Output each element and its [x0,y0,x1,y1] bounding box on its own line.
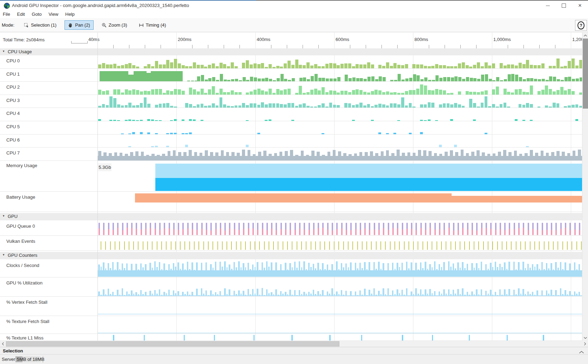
menu-edit[interactable]: Edit [17,11,25,18]
chart-bar [371,294,372,296]
menu-view[interactable]: View [48,11,58,18]
chart-bar [394,269,396,277]
chart-bar [248,263,249,277]
chart-bar [194,152,197,160]
track-chart-cpu-3[interactable] [97,95,582,108]
vertical-scrollbar[interactable] [582,33,588,341]
selection-mode-button[interactable]: Selection (1) [20,20,60,30]
track-chart-vertex-fetch-stall[interactable] [97,297,582,316]
vulkan-event-tick [413,241,414,250]
gpu-queue-slice-bottom [383,228,384,235]
gpu-queue-slice-top [127,223,128,228]
chart-bar [530,104,533,108]
track-chart-cpu-6[interactable] [97,135,582,148]
chart-bar [481,75,484,81]
chart-bar [174,59,177,68]
track-chart-vulkan-events[interactable] [97,236,582,251]
chart-bar [572,59,575,68]
gpu-queue-slice-top [350,223,352,230]
chart-bar [532,292,534,296]
chart-bar [397,289,398,296]
close-button[interactable]: × [572,1,588,11]
chart-bar [180,269,181,277]
chart-bar [359,152,363,160]
track-chart-gpu-queue-0[interactable] [97,221,582,236]
chart-bar [527,264,529,277]
memory-band-total [155,164,582,178]
chart-bar [210,264,212,277]
menu-help[interactable]: Help [65,11,75,18]
chart-bar [455,152,458,160]
vulkan-event-tick [222,241,223,250]
track-chart-cpu-5[interactable] [97,121,582,135]
selection-panel-header[interactable]: Selection [0,347,588,354]
gpu-queue-slice-bottom [252,228,254,235]
chart-bar [117,262,119,277]
chart-bar [168,290,170,296]
chart-bar [534,65,537,68]
chart-bar [366,269,368,277]
chart-bar [284,104,287,108]
title-bar[interactable]: Android GPU Inspector - com.google.andro… [0,1,588,11]
chart-bar [504,289,506,296]
chart-bar [191,262,193,277]
menu-goto[interactable]: Goto [32,11,42,18]
scroll-up-button[interactable] [582,33,588,39]
horizontal-scrollbar[interactable] [0,341,588,347]
track-chart-memory-usage[interactable]: 5.3Gb [97,161,582,192]
section-header-gpu[interactable]: ▾GPU [0,213,582,220]
chart-bar [556,151,560,160]
scroll-right-button[interactable] [582,341,588,347]
menu-file[interactable]: File [3,11,10,18]
vulkan-event-tick [161,241,162,250]
timing-mode-button[interactable]: Timing (4) [135,20,170,30]
chart-bar [576,78,579,81]
minimize-icon [546,6,550,6]
help-button[interactable]: ? [575,20,587,31]
chart-bar [292,295,293,296]
chart-bar [434,153,437,160]
section-header-gpu-counters[interactable]: ▾GPU Counters [0,252,582,259]
chart-bar [101,267,102,277]
vertical-scroll-thumb[interactable] [583,39,588,109]
track-chart-texture-l1-miss[interactable] [97,334,582,341]
timeline-ruler[interactable] [0,33,582,48]
track-chart-texture-fetch-stall[interactable] [97,316,582,334]
chart-bar [113,89,116,95]
minimize-button[interactable] [540,1,556,11]
chart-bar [303,65,306,68]
track-chart-cpu-7[interactable] [97,147,582,161]
chart-bar [374,90,378,94]
pan-mode-button[interactable]: Pan (2) [65,20,94,30]
chart-bar [576,269,577,277]
chart-bar [579,292,580,296]
chart-bar [402,153,405,160]
chart-bar [163,64,166,68]
chart-bar [248,150,251,160]
track-chart-cpu-2[interactable] [97,82,582,95]
vulkan-event-tick [198,241,199,250]
chart-bar [333,63,336,68]
chart-bar [378,291,380,296]
track-chart-cpu-0[interactable] [97,55,582,69]
gpu-queue-slice-top [169,223,170,228]
scroll-left-button[interactable] [0,341,6,347]
chart-bar [103,152,107,160]
track-chart-gpu-utilization[interactable] [97,277,582,297]
track-chart-cpu-4[interactable] [97,108,582,121]
gpu-queue-slice-bottom [560,229,562,235]
chart-bar [189,104,192,108]
track-chart-cpu-1[interactable] [97,69,582,82]
scroll-down-button[interactable] [582,335,588,341]
chart-bar [555,262,557,277]
selection-collapse-button[interactable] [579,349,584,355]
vulkan-event-tick [502,241,502,250]
maximize-button[interactable] [556,1,572,11]
section-header-cpu-usage[interactable]: ▾CPU Usage [0,48,582,55]
zoom-mode-button[interactable]: Zoom (3) [98,20,131,30]
track-chart-battery-usage[interactable] [97,192,582,212]
horizontal-scroll-thumb[interactable] [6,341,339,346]
track-chart-clocks-second[interactable] [97,260,582,277]
gpu-queue-slice-top [490,223,492,229]
chart-bar [227,294,228,296]
